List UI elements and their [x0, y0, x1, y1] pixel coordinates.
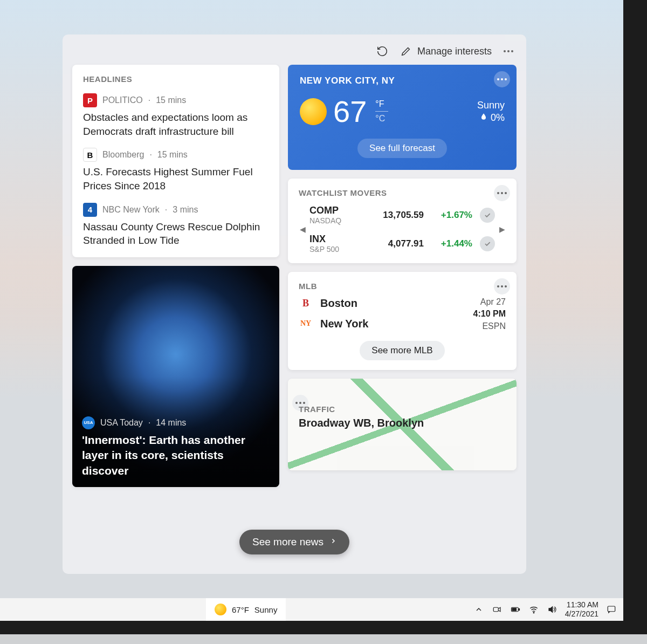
weather-city: NEW YORK CITY, NY	[300, 76, 505, 86]
unit-f[interactable]: °F	[375, 99, 388, 109]
headline-item[interactable]: B Bloomberg · 15 mins U.S. Forecasts Hig…	[83, 148, 269, 193]
svg-rect-2	[519, 609, 520, 611]
check-icon[interactable]	[480, 236, 495, 251]
source-name: NBC New York	[102, 205, 160, 215]
source-badge: USA	[82, 416, 95, 429]
age-label: 3 mins	[173, 205, 198, 215]
svg-rect-3	[512, 608, 517, 611]
traffic-header: TRAFFIC	[299, 405, 506, 414]
weather-card[interactable]: NEW YORK CITY, NY 67 °F °C Sunny	[288, 65, 517, 170]
stock-price: 4,077.91	[375, 238, 424, 249]
see-more-news-button[interactable]: See more news	[239, 530, 349, 554]
ellipsis-icon	[497, 78, 507, 80]
mlb-card-menu[interactable]	[494, 278, 510, 294]
precip-value: 0%	[491, 112, 505, 124]
source-name: Bloomberg	[102, 150, 144, 160]
source-name: POLITICO	[102, 95, 143, 105]
wifi-icon[interactable]	[528, 604, 539, 615]
headline-title: Nassau County Crews Rescue Dolphin Stran…	[83, 220, 269, 248]
unit-toggle[interactable]: °F °C	[375, 99, 388, 124]
see-more-news-label: See more news	[252, 536, 324, 548]
taskbar-clock[interactable]: 11:30 AM 4/27/2021	[565, 600, 598, 619]
game-time: 4:10 PM	[473, 308, 506, 320]
svg-point-4	[533, 612, 534, 613]
team-row[interactable]: B Boston	[299, 296, 368, 310]
headlines-header: HEADLINES	[83, 74, 269, 84]
stock-symbol: INX	[309, 234, 368, 245]
device-bezel	[0, 621, 647, 644]
more-button[interactable]	[504, 50, 513, 52]
see-full-forecast-button[interactable]: See full forecast	[357, 139, 447, 158]
stock-change: +1.67%	[431, 210, 472, 221]
ellipsis-icon	[497, 192, 507, 194]
source-badge: 4	[83, 203, 97, 217]
droplet-icon	[480, 112, 487, 124]
team-name: New York	[320, 318, 368, 330]
meet-now-icon[interactable]	[492, 604, 503, 615]
headline-title: U.S. Forecasts Highest Summer Fuel Price…	[83, 165, 269, 193]
volume-icon[interactable]	[547, 604, 557, 615]
watchlist-prev-button[interactable]: ◀	[299, 225, 306, 234]
battery-icon[interactable]	[510, 604, 521, 615]
refresh-button[interactable]	[376, 45, 388, 57]
stock-exchange: NASDAQ	[309, 216, 368, 225]
weather-condition: Sunny	[477, 100, 505, 111]
source-badge: B	[83, 148, 97, 162]
ellipsis-icon	[497, 285, 507, 287]
headline-item[interactable]: 4 NBC New York · 3 mins Nassau County Cr…	[83, 203, 269, 248]
source-badge: P	[83, 93, 97, 107]
news-and-interests-flyout: Manage interests HEADLINES P POLITICO · …	[63, 35, 526, 574]
feature-news-card[interactable]: USA USA Today · 14 mins 'Innermost': Ear…	[72, 266, 279, 487]
ellipsis-icon	[504, 50, 513, 52]
headline-title: Obstacles and expectations loom as Democ…	[83, 111, 269, 138]
stock-change: +1.44%	[431, 238, 472, 249]
svg-rect-5	[608, 606, 615, 612]
traffic-card[interactable]: TRAFFIC Broadway WB, Brooklyn	[288, 379, 517, 470]
stock-row[interactable]: INX S&P 500 4,077.91 +1.44%	[309, 234, 495, 254]
watchlist-next-button[interactable]: ▶	[498, 225, 506, 234]
svg-rect-0	[493, 607, 498, 612]
unit-c[interactable]: °C	[375, 114, 388, 124]
see-more-mlb-button[interactable]: See more MLB	[360, 341, 444, 360]
watchlist-header: WATCHLIST MOVERS	[299, 188, 506, 197]
headline-item[interactable]: P POLITICO · 15 mins Obstacles and expec…	[83, 93, 269, 138]
mlb-header: MLB	[299, 282, 506, 291]
action-center-icon[interactable]	[606, 604, 617, 615]
sun-icon	[300, 98, 327, 125]
age-label: 15 mins	[156, 95, 186, 105]
stock-exchange: S&P 500	[309, 245, 368, 254]
game-channel: ESPN	[473, 320, 506, 332]
taskbar-condition: Sunny	[254, 605, 278, 614]
watchlist-card: WATCHLIST MOVERS ◀ COMP NASDAQ 13,705.59…	[288, 179, 517, 263]
stock-row[interactable]: COMP NASDAQ 13,705.59 +1.67%	[309, 205, 495, 225]
age-label: 14 mins	[156, 418, 186, 428]
pencil-icon	[400, 45, 412, 57]
team-row[interactable]: NY New York	[299, 317, 368, 331]
watchlist-card-menu[interactable]	[494, 185, 510, 201]
team-logo: B	[299, 296, 313, 310]
traffic-route: Broadway WB, Brooklyn	[299, 417, 506, 429]
stock-price: 13,705.59	[375, 210, 424, 221]
taskbar-temp: 67°F	[232, 605, 249, 614]
ellipsis-icon	[295, 402, 305, 404]
game-date: Apr 27	[473, 296, 506, 308]
weather-card-menu[interactable]	[494, 71, 510, 87]
check-icon[interactable]	[480, 208, 495, 223]
mlb-card: MLB B Boston NY New York Apr 27	[288, 272, 517, 370]
taskbar-time: 11:30 AM	[565, 600, 598, 609]
manage-interests-button[interactable]: Manage interests	[400, 45, 492, 57]
headlines-card: HEADLINES P POLITICO · 15 mins Obstacles…	[72, 65, 279, 257]
feature-news-title: 'Innermost': Earth has another layer in …	[82, 433, 270, 478]
temperature-value: 67	[333, 94, 367, 129]
age-label: 15 mins	[157, 150, 188, 160]
manage-interests-label: Manage interests	[417, 46, 492, 57]
stock-symbol: COMP	[309, 205, 368, 216]
game-info: Apr 27 4:10 PM ESPN	[473, 296, 506, 332]
tray-expand-icon[interactable]	[473, 604, 484, 615]
taskbar-weather-chip[interactable]: 67°F Sunny	[206, 598, 286, 621]
refresh-icon	[376, 45, 388, 57]
taskbar: 67°F Sunny 11:30 AM 4/27/2021	[0, 598, 623, 621]
chevron-right-icon	[330, 536, 336, 548]
source-name: USA Today	[100, 418, 143, 428]
team-name: Boston	[320, 297, 357, 310]
